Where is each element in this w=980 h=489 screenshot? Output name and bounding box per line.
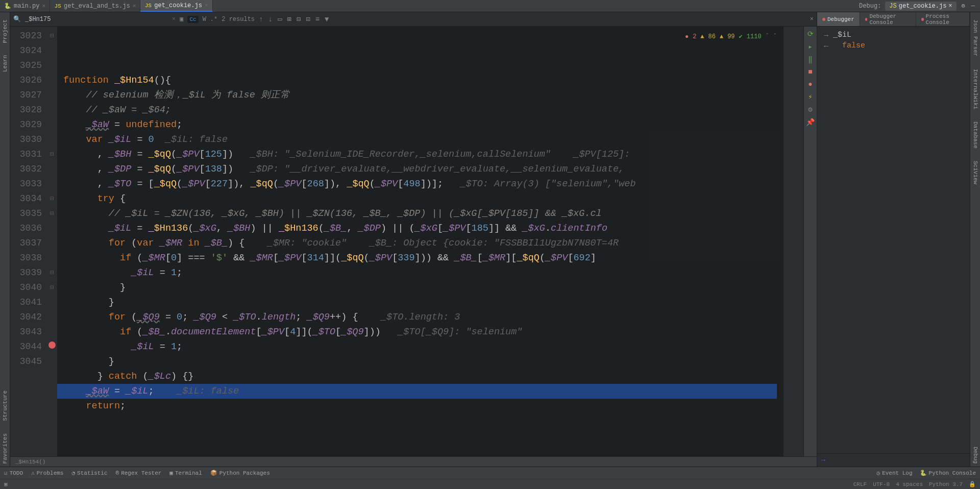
close-icon[interactable]: × [948,3,952,10]
search-icon: 🔍 [13,15,21,23]
chevron-down-icon[interactable]: ˇ [773,30,777,44]
stop-icon[interactable]: ■ [808,68,812,76]
breakpoint-dot-icon [865,18,868,21]
show-tool-windows-icon[interactable]: ▣ [4,481,8,487]
debug-label: Debug: [859,3,881,10]
tool-sciview[interactable]: SciView [972,158,978,187]
status-todo[interactable]: ☑ TODO [4,470,23,476]
inspections-summary[interactable]: ●2 ▲86 ▲99 ✔1110 ˆ ˇ [683,29,779,45]
prompt-arrow-icon: → [821,456,825,464]
tool-internal-wiki[interactable]: InternalWiki [972,66,978,112]
words-button[interactable]: W [203,16,206,23]
left-tool-window-bar: Project Learn Structure Favorites [0,12,10,467]
status-terminal[interactable]: ▣ Terminal [169,470,202,476]
debugger-console-tab[interactable]: Debugger Console [860,12,916,26]
close-search-icon[interactable]: × [810,16,814,23]
arrow-left-icon: ← [822,41,830,50]
editor-tabs-row: 🐍 main.py × JS get_eval_and_ts.js × JS g… [0,0,980,12]
status-bar: ▣ CRLF UTF-8 4 spaces Python 3.7 🔒 [0,479,980,489]
tab-get-cookie[interactable]: JS get_cookie.js × [140,0,212,12]
arrow-right-icon: → [822,31,830,39]
remove-selection-icon[interactable]: ⊟ [297,15,301,23]
chevron-up-icon[interactable]: ˆ [766,30,769,44]
status-regex-tester[interactable]: ® Regex Tester [116,470,162,476]
list-icon[interactable]: ≡ [315,15,320,23]
js-icon: JS [889,3,896,10]
breakpoint-dot-icon [822,18,825,21]
minimap[interactable] [783,27,803,456]
export-icon[interactable]: ⊡ [306,15,310,23]
status-interpreter[interactable]: Python 3.7 [929,481,963,487]
debug-config-tab[interactable]: JS get_cookie.js × [885,2,956,11]
resume-icon[interactable]: ▸ [808,42,812,51]
pin-icon[interactable]: 📌 [806,118,815,127]
status-python-packages[interactable]: 📦 Python Packages [210,470,270,476]
tab-label: get_cookie.js [154,2,202,9]
gear-icon[interactable]: ⚙ [808,105,812,114]
tool-learn[interactable]: Learn [2,52,8,75]
status-python-console[interactable]: 🐍 Python Console [920,470,976,476]
breakpoints-icon[interactable]: ● [808,80,812,88]
search-input[interactable] [25,16,168,23]
match-case-button[interactable]: Cc [187,16,198,23]
line-numbers-gutter: 3023302430253026302730283029303030313032… [10,27,47,456]
debugger-input[interactable]: → [817,453,970,467]
tool-debug[interactable]: Debug [972,444,978,467]
fold-gutter[interactable]: ⊟ ⊟ ⊟⊟ ⊟⊟ [47,27,57,456]
pause-icon[interactable]: ‖ [808,55,812,64]
warning-icon: ▲ [720,30,723,44]
tab-label: main.py [14,3,39,10]
watch-expression: _$iL [833,31,851,39]
close-icon[interactable]: × [205,3,208,9]
status-statistic[interactable]: ◔ Statistic [71,470,107,476]
tab-main-py[interactable]: 🐍 main.py × [0,0,50,12]
status-lock-icon[interactable]: 🔒 [969,481,976,487]
mute-breakpoints-icon[interactable]: ⚡ [808,92,812,101]
warning-icon: ▲ [700,30,704,44]
status-event-log[interactable]: ◷ Event Log [877,470,913,476]
next-match-icon[interactable]: ↓ [268,15,272,23]
js-icon: JS [54,3,61,10]
debugger-tab[interactable]: Debugger [817,12,860,26]
error-icon: ● [685,30,689,44]
process-console-tab[interactable]: Process Console [916,12,970,26]
minimize-icon[interactable]: — [970,3,976,10]
status-encoding[interactable]: UTF-8 [873,481,890,487]
editor-pane: 🔍 × ▣ Cc W .* 2 results ↑ ↓ ▭ ⊞ ⊟ ⊡ ≡ ▼ [10,12,817,467]
tool-favorites[interactable]: Favorites [2,430,8,467]
search-results-count: 2 results [222,16,255,23]
search-bar: 🔍 × ▣ Cc W .* 2 results ↑ ↓ ▭ ⊞ ⊟ ⊡ ≡ ▼ [10,12,817,27]
close-icon[interactable]: × [133,3,136,9]
status-indent[interactable]: 4 spaces [896,481,923,487]
pin-icon[interactable]: ▣ [180,15,183,23]
breadcrumbs-bar[interactable]: _$Hn154() [10,456,817,467]
filter-icon[interactable]: ▼ [325,15,329,23]
bottom-tool-bar: ☑ TODO ⚠ Problems ◔ Statistic ® Regex Te… [0,467,980,479]
tab-label: get_eval_and_ts.js [64,3,130,10]
debug-tool-strip: ⟳ ▸ ‖ ■ ● ⚡ ⚙ 📌 [803,27,817,456]
rerun-icon[interactable]: ⟳ [807,30,814,38]
gear-icon[interactable]: ⚙ [961,2,966,10]
code-editor[interactable]: ●2 ▲86 ▲99 ✔1110 ˆ ˇ function _$Hn154(){… [57,27,783,456]
watch-result: false [833,41,865,50]
js-icon: JS [144,2,152,9]
tool-project[interactable]: Project [2,16,8,46]
ok-icon: ✔ [739,30,743,44]
debugger-panel: Debugger Debugger Console Process Consol… [817,12,970,467]
debugger-watches[interactable]: → _$iL ← false [817,27,970,453]
clear-icon[interactable]: × [172,16,176,23]
close-icon[interactable]: × [42,3,45,9]
select-all-icon[interactable]: ▭ [278,15,282,23]
regex-button[interactable]: .* [210,16,217,23]
tool-json-parser[interactable]: Json Parser [972,16,978,60]
breakpoint-dot-icon [921,18,924,21]
prev-match-icon[interactable]: ↑ [259,15,263,23]
tool-structure[interactable]: Structure [2,387,8,424]
add-selection-icon[interactable]: ⊞ [287,15,291,23]
status-crlf[interactable]: CRLF [853,481,867,487]
tool-database[interactable]: Database [972,118,978,152]
right-tool-window-bar: Json Parser InternalWiki Database SciVie… [970,12,980,467]
status-problems[interactable]: ⚠ Problems [31,470,63,476]
python-icon: 🐍 [4,3,11,10]
tab-get-eval[interactable]: JS get_eval_and_ts.js × [50,0,140,12]
